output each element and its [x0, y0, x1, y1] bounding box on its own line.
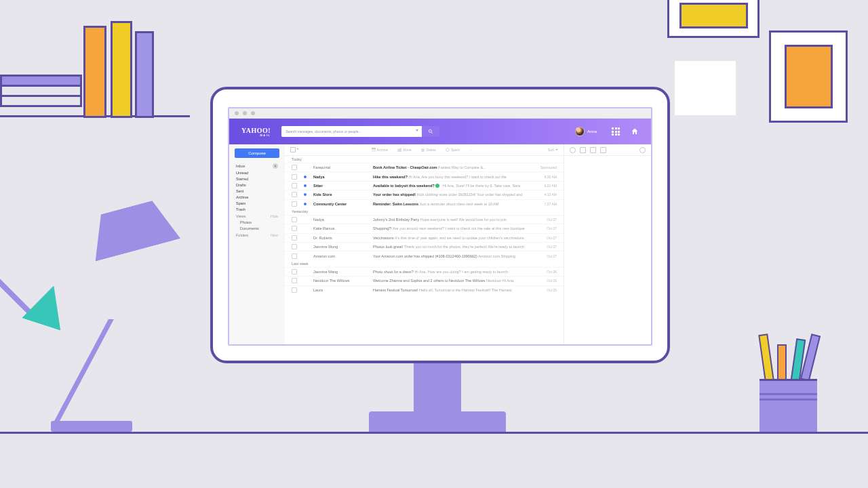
- sidebar-item-sent[interactable]: Sent: [229, 188, 285, 194]
- sidebar-item-unread[interactable]: Unread: [229, 169, 285, 176]
- sender: Fareportal: [313, 164, 366, 171]
- row-checkbox[interactable]: [292, 287, 297, 293]
- sidebar-item-starred[interactable]: Starred: [229, 176, 285, 182]
- row-checkbox[interactable]: [292, 174, 297, 180]
- row-checkbox[interactable]: [292, 235, 297, 241]
- message-subject: Harvest Festival Tomorrow!: [373, 288, 418, 292]
- row-checkbox[interactable]: [292, 278, 297, 283]
- message-row[interactable]: Nextdoor The WillowsWelcome Zhanna and S…: [285, 276, 564, 285]
- settings-icon[interactable]: [639, 147, 646, 153]
- row-checkbox[interactable]: [292, 183, 297, 188]
- sidebar-item-inbox[interactable]: Inbox4: [229, 162, 285, 169]
- message-row[interactable]: Katie RamosShopping?! Are you around nex…: [285, 224, 564, 232]
- layout-icon-1[interactable]: [570, 147, 576, 153]
- views-hide[interactable]: Hide: [271, 214, 278, 218]
- window-close-icon[interactable]: [235, 111, 239, 115]
- monitor: YAHOO! MAIL Search messages, documents, …: [210, 87, 670, 363]
- sidebar-item-trash[interactable]: Trash: [229, 206, 285, 212]
- row-checkbox[interactable]: [292, 165, 297, 170]
- apps-icon[interactable]: [612, 127, 620, 136]
- timestamp: Oct 26: [536, 277, 557, 284]
- timestamp: 8:26 AM: [536, 174, 557, 180]
- row-checkbox[interactable]: [292, 244, 297, 249]
- sidebar-view-documents[interactable]: Documents: [229, 225, 285, 231]
- search-button[interactable]: [422, 126, 439, 137]
- unread-indicator: [304, 237, 307, 239]
- message-subject: Shopping?!: [373, 226, 392, 230]
- wall-frame-yellow: [667, 0, 760, 38]
- sidebar-item-archive[interactable]: Archive: [229, 194, 285, 200]
- message-row[interactable]: NadyaJohnny's 2nd Birthday Party Hope ev…: [285, 215, 564, 224]
- app-header: YAHOO! MAIL Search messages, documents, …: [229, 119, 651, 144]
- row-checkbox[interactable]: [292, 192, 297, 197]
- search-input[interactable]: Search messages, documents, photos or pe…: [281, 126, 422, 137]
- layout-icon-4[interactable]: [600, 147, 606, 153]
- search-dropdown-icon[interactable]: [416, 129, 418, 131]
- spam-button[interactable]: Spam: [446, 148, 460, 152]
- row-checkbox[interactable]: [292, 201, 297, 207]
- new-folder[interactable]: New: [271, 233, 278, 237]
- sidebar-item-drafts[interactable]: Drafts: [229, 182, 285, 188]
- message-row[interactable]: FareportalBook Airline Ticket - CheapOai…: [285, 163, 564, 171]
- home-button[interactable]: [631, 127, 639, 136]
- book-orange: [83, 26, 106, 118]
- browser-window: YAHOO! MAIL Search messages, documents, …: [228, 107, 652, 346]
- sidebar-item-spam[interactable]: Spam: [229, 200, 285, 206]
- folders-label: Folders: [236, 233, 248, 237]
- timestamp: 7:27 AM: [536, 201, 557, 207]
- row-checkbox[interactable]: [292, 253, 297, 259]
- row-checkbox[interactable]: [292, 217, 297, 222]
- message-subject: Photos look great!: [373, 245, 403, 249]
- sidebar-view-photos[interactable]: Photos: [229, 219, 285, 225]
- window-zoom-icon[interactable]: [251, 111, 255, 115]
- timestamp: 6:21 AM: [536, 182, 557, 189]
- delete-button[interactable]: Delete: [421, 148, 436, 152]
- unread-indicator: [304, 227, 307, 230]
- message-row[interactable]: Dr. RobertsVaccinations It's that time o…: [285, 233, 564, 242]
- move-button[interactable]: Move: [397, 148, 411, 152]
- message-row[interactable]: NadyaHike this weekend? Hi Ana, Are you …: [285, 171, 564, 180]
- message-row[interactable]: Community CenterReminder: Swim Lessons J…: [285, 199, 564, 208]
- yahoo-logo[interactable]: YAHOO! MAIL: [241, 127, 271, 137]
- message-preview: Your order has shipped! Kids clothing st…: [373, 191, 530, 198]
- message-preview: Book Airline Ticket - CheapOair.com Fast…: [373, 164, 530, 171]
- message-subject: Your order has shipped!: [373, 192, 416, 197]
- sort-button[interactable]: Sort: [548, 148, 558, 152]
- home-icon: [631, 127, 639, 136]
- archive-icon: [372, 148, 376, 152]
- timestamp: Oct 27: [536, 235, 557, 241]
- message-row[interactable]: Kids StoreYour order has shipped! Kids c…: [285, 190, 564, 199]
- message-row[interactable]: SitterAvailable to babysit this weekend?…: [285, 181, 564, 190]
- window-minimize-icon[interactable]: [243, 111, 247, 115]
- sender: Nadya: [313, 174, 366, 180]
- spam-icon: [446, 148, 450, 152]
- layout-icon-3[interactable]: [590, 147, 596, 153]
- compose-button[interactable]: Compose: [235, 148, 279, 158]
- message-row[interactable]: Amazon.comYour Amazon.com order has ship…: [285, 251, 564, 260]
- sender: Community Center: [313, 201, 366, 207]
- message-subject: Your Amazon.com order has shipped (#108-…: [373, 254, 477, 258]
- svg-line-1: [431, 132, 433, 134]
- sender: Jasmine Wong: [313, 243, 366, 250]
- sender: Nadya: [313, 216, 366, 223]
- user-name: Anna: [587, 129, 597, 134]
- account-menu[interactable]: Anna: [575, 127, 597, 136]
- message-list: Archive Move Delete Spam ··· Sort TodayF…: [285, 144, 564, 345]
- message-row[interactable]: Jasmine WongPhotos look great! Thank you…: [285, 242, 564, 251]
- row-checkbox[interactable]: [292, 269, 297, 274]
- message-preview: Your Amazon.com order has shipped (#108-…: [373, 253, 530, 260]
- row-checkbox[interactable]: [292, 226, 297, 231]
- select-all-checkbox[interactable]: [290, 147, 296, 152]
- message-subject: Reminder: Swim Lessons: [373, 202, 418, 206]
- message-preview: Harvest Festival Tomorrow! Hello all, To…: [373, 287, 530, 293]
- message-row[interactable]: Jasmine WangPhoto shoot for a dress? Hi …: [285, 267, 564, 276]
- more-button[interactable]: ···: [469, 148, 472, 152]
- sender: Sitter: [313, 182, 366, 189]
- archive-button[interactable]: Archive: [372, 148, 389, 152]
- layout-icon-2[interactable]: [580, 147, 586, 153]
- unread-indicator: [304, 245, 307, 248]
- timestamp: Oct 27: [536, 253, 557, 260]
- unread-indicator: [304, 270, 307, 273]
- message-preview: Shopping?! Are you around next weekend? …: [373, 225, 530, 232]
- message-row[interactable]: LauraHarvest Festival Tomorrow! Hello al…: [285, 285, 564, 294]
